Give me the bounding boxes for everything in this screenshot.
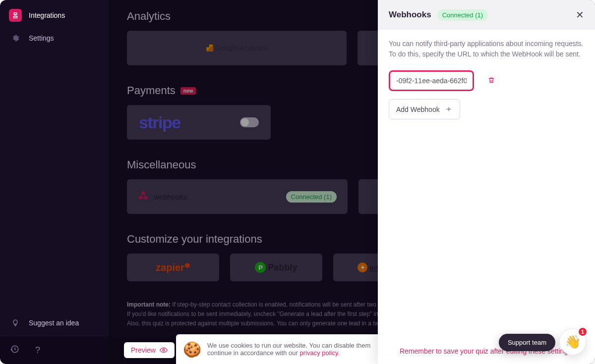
card-stripe[interactable]: stripe	[127, 105, 271, 140]
integrately-icon: ✦	[357, 262, 367, 272]
cookie-icon: 🍪	[183, 341, 201, 358]
integrations-icon	[9, 9, 22, 22]
card-webhooks[interactable]: webhooks Connected (1)	[127, 179, 348, 214]
help-icon[interactable]: ?	[31, 345, 45, 356]
payments-label: Payments	[127, 84, 176, 97]
cookie-banner: 🍪 We use cookies to run our website. You…	[176, 334, 381, 364]
ga-label: Google Analytics	[215, 44, 267, 52]
sidebar-item-settings[interactable]: Settings	[0, 27, 109, 50]
webhook-url-input[interactable]	[389, 70, 474, 91]
ga-icon	[206, 45, 213, 52]
support-label: Support team	[508, 339, 546, 346]
sidebar-item-integrations[interactable]: Integrations	[0, 4, 109, 27]
card-zapier[interactable]: zapier✱	[127, 254, 219, 281]
webhooks-panel: Webhooks Connected (1) ✕ You can notify …	[378, 0, 595, 364]
privacy-link[interactable]: privacy policy	[299, 349, 338, 357]
sidebar-item-suggest[interactable]: Suggest an idea	[0, 312, 109, 334]
stripe-toggle[interactable]	[240, 117, 259, 127]
history-icon[interactable]	[8, 345, 22, 356]
cookie-text: We use cookies to run our website. You c…	[207, 342, 370, 349]
panel-title: Webhooks	[389, 10, 431, 20]
gear-icon	[9, 32, 22, 45]
eye-icon	[160, 346, 168, 354]
sidebar-label: Settings	[29, 34, 54, 42]
webhooks-label: webhooks	[154, 193, 187, 201]
lightbulb-icon	[9, 316, 22, 329]
sidebar-label: Integrations	[29, 11, 65, 19]
chat-wave-button[interactable]: 👋 1	[559, 328, 586, 355]
svg-rect-0	[14, 13, 17, 15]
add-webhook-label: Add Webhook	[396, 105, 440, 113]
card-pabbly[interactable]: P Pabbly	[230, 254, 322, 281]
sidebar-label: Suggest an idea	[29, 319, 79, 327]
notification-badge: 1	[578, 327, 588, 337]
wave-icon: 👋	[565, 334, 581, 350]
preview-label: Preview	[131, 346, 156, 354]
delete-webhook-icon[interactable]	[488, 77, 495, 85]
connected-badge: Connected (1)	[286, 191, 337, 203]
cookie-text2: continue in accordance with our	[207, 349, 299, 357]
add-webhook-button[interactable]: Add Webhook ＋	[389, 99, 460, 119]
pabbly-label: Pabbly	[268, 262, 297, 273]
svg-point-4	[163, 349, 165, 351]
close-icon[interactable]: ✕	[576, 9, 584, 21]
stripe-logo: stripe	[139, 113, 180, 132]
pabbly-icon: P	[255, 262, 266, 273]
preview-button[interactable]: Preview	[124, 342, 175, 358]
webhooks-icon	[138, 190, 149, 204]
new-badge: new	[180, 87, 196, 95]
support-team-button[interactable]: Support team	[499, 334, 555, 351]
panel-header: Webhooks Connected (1) ✕	[378, 0, 595, 30]
panel-description: You can notify third-party applications …	[389, 39, 584, 59]
plus-icon: ＋	[445, 104, 453, 114]
panel-connected-badge: Connected (1)	[437, 9, 488, 21]
sidebar: Integrations Settings Suggest an idea	[0, 0, 109, 364]
card-google-analytics[interactable]: Google Analytics	[127, 31, 347, 65]
zapier-logo: zapier✱	[156, 262, 190, 273]
